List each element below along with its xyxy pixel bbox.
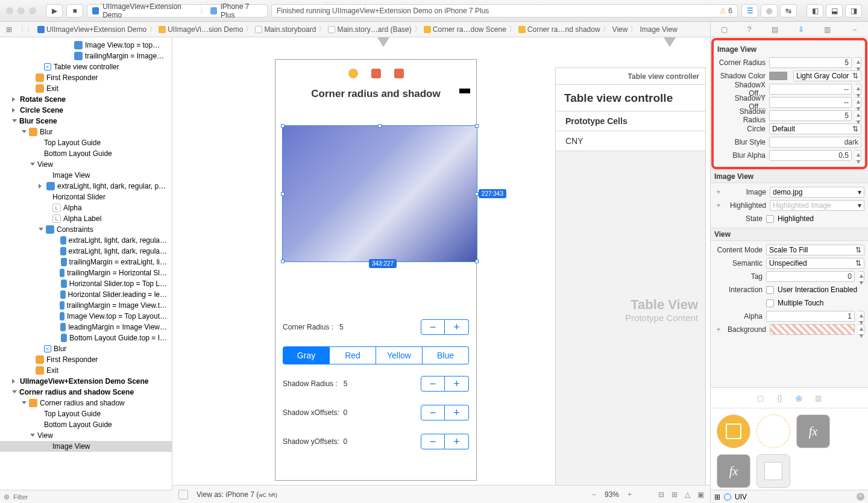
highlighted-combo[interactable]: Highlighted Image▾ [770,200,864,211]
stepper[interactable]: ▴▾ [855,57,861,68]
breadcrumb[interactable]: View [611,25,629,34]
outline-item[interactable]: leadingMargin = Image View… [0,322,172,333]
image-combo[interactable]: demo.jpg▾ [770,187,864,198]
first-responder-icon[interactable] [371,69,381,78]
size-inspector-icon[interactable]: ▥ [824,25,831,34]
segment-blue[interactable]: Blue [423,346,469,364]
state-checkbox[interactable] [766,215,774,223]
plus-icon[interactable]: + [714,325,723,334]
outline-item[interactable]: Blur Scene [0,116,172,127]
editor-standard[interactable]: ☰ [741,4,758,17]
zoom-in[interactable]: + [627,490,632,499]
panel-left[interactable]: ◧ [807,4,823,17]
grid-icon[interactable]: ⊞ [714,493,720,501]
lib-fx-icon[interactable]: fx [717,454,750,488]
clear-icon[interactable]: × [857,493,864,501]
outline-item[interactable]: extraLight, light, dark, regula… [0,235,172,246]
outline-item[interactable]: Rotate Scene [0,94,172,105]
resolve-icon[interactable]: △ [685,490,690,499]
outline-item[interactable]: Bottom Layout Guide.top = I… [0,333,172,343]
alpha-field[interactable]: 1 [766,311,855,322]
attributes-inspector-icon[interactable]: ⇩ [798,25,804,34]
minus-button[interactable]: − [421,376,445,392]
outline-item[interactable]: Corner radius and shadow [0,398,172,408]
outline-item[interactable]: Blur [0,127,172,137]
scheme-selector[interactable]: UIImageView+Extension Demo 〉 iPhone 7 Pl… [87,4,268,17]
zoom-label[interactable]: 93% [605,490,619,499]
editor-assistant[interactable]: ◎ [761,4,778,17]
outline-item[interactable]: Bottom Layout Guide [0,148,172,159]
outline-item[interactable]: Image View [0,441,172,452]
panel-bottom[interactable]: ⬓ [826,4,843,17]
ib-canvas[interactable]: Corner radius and shadow 227:343 343:227… [172,37,710,485]
outline-item[interactable]: LAlpha [0,202,172,213]
outline-item[interactable]: trailingMargin = Horizontal Sl… [0,267,172,278]
minus-button[interactable]: − [421,434,445,449]
plus-icon[interactable]: + [714,188,723,196]
minus-button[interactable]: − [421,405,445,420]
outline-item[interactable]: Top Layout Guide [0,408,172,419]
zoom-out[interactable]: − [592,490,596,499]
outline-item[interactable]: extraLight, light, dark, regula… [0,246,172,257]
outline-item[interactable]: trailingMargin = Image… [0,51,172,61]
stepper[interactable]: ▴▾ [855,97,861,108]
close-dot[interactable] [6,7,13,14]
resize-handle[interactable] [475,124,479,128]
bg-combo[interactable]: ▴▾ [858,324,864,335]
table-scene[interactable]: Table view controller Table view control… [555,67,706,485]
outline-item[interactable]: Image View [0,170,172,181]
stepper[interactable]: ▴▾ [858,271,864,282]
breadcrumb[interactable]: Main.storyboard [254,25,317,34]
plus-button[interactable]: + [445,376,469,392]
bg-color-well[interactable] [770,324,855,335]
vc-icon[interactable] [348,69,358,78]
stepper[interactable]: ▴▾ [858,311,864,322]
stepper[interactable]: ▴▾ [855,150,861,161]
outline-item[interactable]: UIImageView+Extension Demo Scene [0,376,172,387]
property-input[interactable]: dark [769,137,861,148]
outline-item[interactable]: View [0,159,172,170]
stop-button[interactable]: ■ [66,4,83,17]
minus-button[interactable]: − [421,319,445,335]
breadcrumb[interactable]: UIImageView+Extension Demo [36,25,148,34]
connections-inspector-icon[interactable]: → [851,25,858,34]
lib-placeholder-icon[interactable] [756,414,790,448]
cell[interactable]: CNY [556,131,705,151]
scene-header[interactable]: Table view controller [556,68,705,85]
stepper[interactable]: ▴▾ [855,110,861,121]
breadcrumb[interactable]: Corner ra…nd shadow [517,25,602,34]
semantic-combo[interactable]: Unspecified⇅ [766,258,864,269]
selected-imageview[interactable] [283,126,477,261]
resize-handle[interactable] [281,260,285,263]
outline-item[interactable]: Horizontal Slider.leading = le… [0,289,172,300]
outline-item[interactable]: Image View.top = top… [0,40,172,51]
help-inspector-icon[interactable]: ? [747,25,752,34]
back-button[interactable]: 〈 [17,24,24,34]
related-items-icon[interactable]: ⊞ [4,25,14,34]
breadcrumb[interactable]: UIImageVi…sion Demo [157,25,244,34]
min-dot[interactable] [17,7,25,14]
breadcrumb[interactable]: Image View [638,25,678,34]
align-icon[interactable]: ⊟ [658,490,664,499]
property-input[interactable]: -- [769,97,852,108]
outline-item[interactable]: LAlpha Label [0,213,172,224]
outline-item[interactable]: trailingMargin = extraLight, li… [0,257,172,267]
outline-item[interactable]: Constraints [0,224,172,235]
plus-button[interactable]: + [445,319,469,335]
editor-version[interactable]: ↹ [780,4,797,17]
outline-item[interactable]: <Blur [0,343,172,354]
uie-checkbox[interactable] [766,286,774,294]
property-input[interactable]: 0.5 [769,150,852,161]
outline-item[interactable]: Corner radius and shadow Scene [0,387,172,398]
panel-right[interactable]: ◨ [845,4,862,17]
embed-icon[interactable]: ▣ [697,490,704,499]
library-tabs[interactable]: ▢{}◎▥ [711,388,868,408]
outline-item[interactable]: extraLight, light, dark, regular, p… [0,181,172,192]
contentmode-combo[interactable]: Scale To Fill⇅ [766,245,864,255]
scene-phone[interactable]: Corner radius and shadow 227:343 343:227… [275,59,477,481]
outline-item[interactable]: Horizontal Slider.top = Top L… [0,278,172,289]
zoom-dot[interactable] [29,7,36,14]
tag-field[interactable]: 0 [766,271,855,282]
scene-dock[interactable] [275,60,476,87]
resize-handle[interactable] [475,260,479,263]
